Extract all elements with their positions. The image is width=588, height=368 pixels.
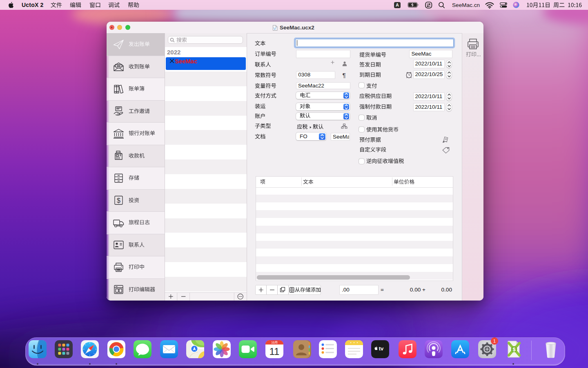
svg-text:$: $	[117, 197, 120, 204]
svg-text:11: 11	[270, 346, 280, 357]
svg-text:tv: tv	[379, 346, 384, 352]
svg-text:$: $	[512, 346, 516, 352]
